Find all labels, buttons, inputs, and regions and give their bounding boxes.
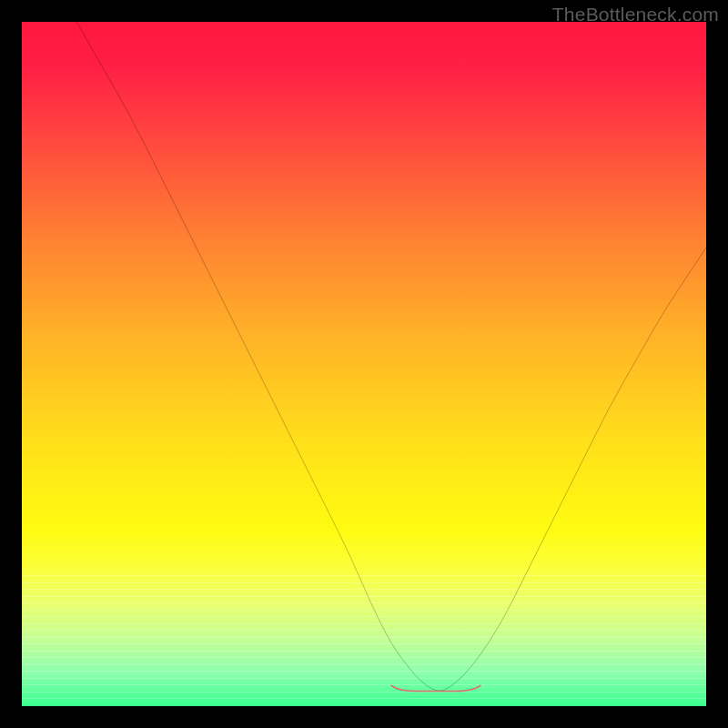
bottleneck-curve <box>22 22 706 706</box>
curve-path <box>76 22 706 691</box>
watermark-text: TheBottleneck.com <box>552 4 719 25</box>
plot-area <box>22 22 706 706</box>
